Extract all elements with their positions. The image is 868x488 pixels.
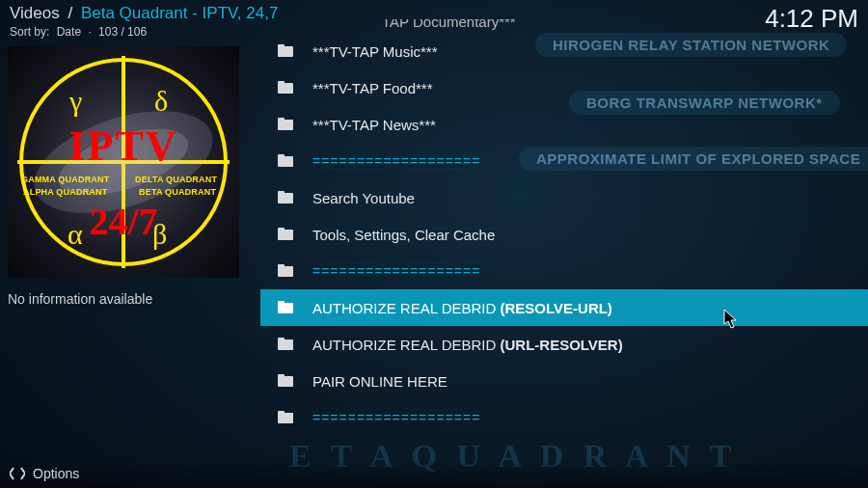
info-text: No information available (8, 291, 239, 307)
list-separator[interactable]: =================== (260, 143, 868, 179)
list-separator[interactable]: =================== (260, 399, 868, 436)
list-item[interactable]: Tools, Settings, Clear Cache (260, 216, 868, 253)
folder-icon (278, 118, 295, 131)
list-item[interactable]: PAIR ONLINE HERE (260, 363, 868, 399)
folder-icon (278, 81, 295, 95)
list-item[interactable]: ***TV-TAP News*** (260, 106, 868, 143)
item-count: 103 / 106 (98, 25, 150, 39)
footer: Options (0, 459, 868, 488)
breadcrumb-leaf: Beta Quadrant - IPTV, 24,7 (81, 4, 278, 22)
poster-247: 24/7 (8, 199, 239, 244)
list-item[interactable]: Search Youtube (260, 179, 868, 216)
folder-icon (278, 154, 295, 168)
list-item[interactable]: AUTHORIZE REAL DEBRID (URL-RESOLVER) (260, 326, 868, 363)
folder-icon (278, 44, 295, 58)
content-list[interactable]: TAP Documentary*** ***TV-TAP Music*** **… (260, 19, 868, 457)
subheader: Sort by: Date · 103 / 106 (10, 25, 150, 39)
list-separator[interactable]: =================== (260, 253, 868, 289)
options-icon[interactable] (10, 466, 25, 481)
addon-poster: IPTV 24/7 GAMMA QUADRANT DELTA QUADRANT … (8, 46, 239, 278)
sort-value[interactable]: Date (57, 25, 85, 39)
folder-icon (278, 301, 295, 314)
poster-iptv: IPTV (8, 122, 239, 171)
folder-icon (278, 374, 295, 388)
folder-icon (278, 191, 295, 204)
folder-icon (278, 228, 295, 241)
list-item[interactable]: TAP Documentary*** (260, 19, 868, 33)
sort-label: Sort by: (10, 25, 53, 39)
left-panel: IPTV 24/7 GAMMA QUADRANT DELTA QUADRANT … (8, 46, 239, 307)
list-item[interactable]: ***TV-TAP Music*** (260, 33, 868, 69)
options-label[interactable]: Options (33, 466, 79, 481)
folder-icon (278, 411, 295, 424)
list-item[interactable]: ***TV-TAP Food*** (260, 69, 868, 106)
folder-icon (278, 264, 295, 278)
breadcrumb: Videos / Beta Quadrant - IPTV, 24,7 (10, 4, 278, 23)
breadcrumb-root[interactable]: Videos (10, 4, 60, 22)
folder-icon (278, 338, 295, 351)
list-item-selected[interactable]: AUTHORIZE REAL DEBRID (RESOLVE-URL) (260, 289, 868, 326)
